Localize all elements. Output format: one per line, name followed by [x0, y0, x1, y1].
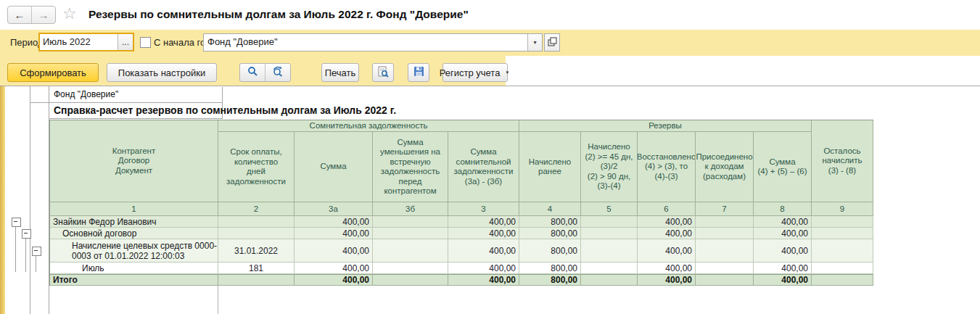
- organization-value[interactable]: Фонд "Доверие": [204, 34, 527, 51]
- header-amount: Сумма: [295, 132, 373, 202]
- accounting-register-label: Регистр учета: [440, 67, 501, 78]
- total-value-cell: 800,00: [519, 274, 581, 286]
- row-value-cell: [696, 216, 754, 228]
- row-value-cell: [581, 216, 638, 228]
- row-value-cell: 400,00: [638, 228, 696, 239]
- save-button[interactable]: [408, 63, 429, 82]
- organization-combobox[interactable]: Фонд "Доверие" ▼: [203, 33, 543, 51]
- period-more-button[interactable]: ...: [118, 34, 133, 50]
- collapse-group-level1-button[interactable]: [12, 218, 21, 227]
- row-value-cell: 400,00: [295, 216, 373, 228]
- row-value-cell: 400,00: [448, 216, 519, 228]
- total-value-cell: [218, 274, 295, 286]
- row-value-cell: 400,00: [638, 216, 696, 228]
- tree-connector: [25, 236, 26, 272]
- search-button[interactable]: [240, 64, 265, 81]
- search-icon: [247, 66, 258, 80]
- report-organization: Фонд "Доверие": [49, 87, 223, 103]
- favorite-star-icon[interactable]: ☆: [62, 7, 77, 21]
- total-value-cell: [373, 274, 448, 286]
- left-accent-strip: [0, 86, 5, 314]
- total-value-cell: [581, 274, 638, 286]
- organization-dropdown-button[interactable]: ▼: [527, 34, 542, 51]
- collapse-group-level2-button[interactable]: [22, 229, 31, 239]
- row-value-cell: 400,00: [754, 216, 812, 228]
- collapse-group-level3-button[interactable]: [32, 247, 41, 256]
- header-accrued-earlier: Начислено ранее: [519, 132, 581, 202]
- period-field-group: Июль 2022 ...: [38, 33, 134, 51]
- generate-button-label: Сформировать: [20, 67, 86, 78]
- header-doubtful-debt-group: Сомнительная задолженность: [218, 120, 519, 132]
- total-value-cell: [812, 274, 873, 286]
- column-number-cell: 7: [696, 202, 754, 216]
- report-table: Контрагент Договор Документ Сомнительная…: [49, 120, 873, 286]
- row-value-cell: [812, 228, 873, 239]
- row-value-cell: 800,00: [519, 263, 581, 274]
- show-settings-button[interactable]: Показать настройки: [107, 63, 217, 82]
- period-input[interactable]: Июль 2022: [40, 34, 118, 50]
- header-attached-income: Присоединено к доходам (расходам): [696, 132, 754, 202]
- search-next-button[interactable]: [265, 64, 290, 81]
- row-value-cell: 400,00: [295, 239, 373, 263]
- preview-button[interactable]: [372, 63, 394, 82]
- row-value-cell: 400,00: [295, 228, 373, 239]
- row-value-cell: [812, 263, 873, 274]
- print-button[interactable]: Печать: [321, 63, 359, 82]
- report-title-text: Справка-расчет резервов по сомнительным …: [54, 104, 396, 116]
- row-value-cell: [581, 228, 638, 239]
- total-value-cell: 400,00: [448, 274, 519, 286]
- total-value-cell: 400,00: [295, 274, 373, 286]
- back-icon: ←: [15, 9, 25, 21]
- nav-button-group: ← →: [7, 6, 56, 24]
- page-title: Резервы по сомнительным долгам за Июль 2…: [88, 8, 469, 21]
- row-value-cell: 400,00: [638, 239, 696, 263]
- row-value-cell: 400,00: [638, 263, 696, 274]
- header-accrued: Начислено (2) >= 45 дн, (3)/2 (2) > 90 д…: [581, 132, 638, 202]
- total-value-cell: 400,00: [638, 274, 696, 286]
- from-year-start-checkbox[interactable]: [140, 37, 151, 48]
- row-value-cell: 400,00: [754, 239, 812, 263]
- toolbar-separator: [0, 86, 980, 86]
- row-value-cell: 31.01.2022: [218, 239, 295, 263]
- header-remaining: Осталось начислить (3) - (8): [812, 120, 873, 202]
- print-preview-icon: [377, 66, 389, 80]
- row-value-cell: [696, 263, 754, 274]
- row-value-cell: 181: [218, 263, 295, 274]
- generate-button[interactable]: Сформировать: [7, 63, 99, 82]
- row-value-cell: [812, 239, 873, 263]
- row-value-cell: [218, 216, 295, 228]
- column-number-cell: 2: [218, 202, 295, 216]
- row-value-cell: 400,00: [295, 263, 373, 274]
- row-value-cell: [581, 239, 638, 263]
- column-number-cell: 8: [754, 202, 812, 216]
- forward-button[interactable]: →: [31, 7, 55, 23]
- row-value-cell: 800,00: [519, 216, 581, 228]
- column-number-cell: 5: [581, 202, 638, 216]
- row-value-cell: 400,00: [448, 239, 519, 263]
- row-value-cell: [373, 263, 448, 274]
- header-counterparty: Контрагент Договор Документ: [50, 120, 218, 202]
- row-value-cell: [581, 263, 638, 274]
- total-value-cell: [696, 274, 754, 286]
- search-button-group: [239, 63, 291, 82]
- header-doubtful-amount: Сумма сомнительной задолженности (3а) - …: [448, 132, 519, 202]
- report-window: ← → ☆ Резервы по сомнительным долгам за …: [0, 0, 980, 314]
- row-value-cell: 800,00: [519, 239, 581, 263]
- organization-open-button[interactable]: [544, 33, 560, 51]
- report-organization-text: Фонд "Доверие": [54, 89, 118, 99]
- show-settings-label: Показать настройки: [118, 67, 205, 78]
- back-button[interactable]: ←: [8, 7, 31, 23]
- row-value-cell: 400,00: [448, 228, 519, 239]
- open-link-icon: [548, 36, 557, 49]
- column-number-cell: 3: [448, 202, 519, 216]
- row-value-cell: [373, 239, 448, 263]
- row-value-cell: [696, 228, 754, 239]
- column-number-cell: 6: [638, 202, 696, 216]
- row-value-cell: 400,00: [448, 263, 519, 274]
- tree-connector: [15, 225, 16, 272]
- row-label-cell: Июль: [50, 263, 218, 274]
- accounting-register-button[interactable]: Регистр учета ▼: [442, 63, 508, 82]
- below-table-column-line: [218, 285, 218, 314]
- column-number-cell: 4: [519, 202, 581, 216]
- row-value-cell: 800,00: [519, 228, 581, 239]
